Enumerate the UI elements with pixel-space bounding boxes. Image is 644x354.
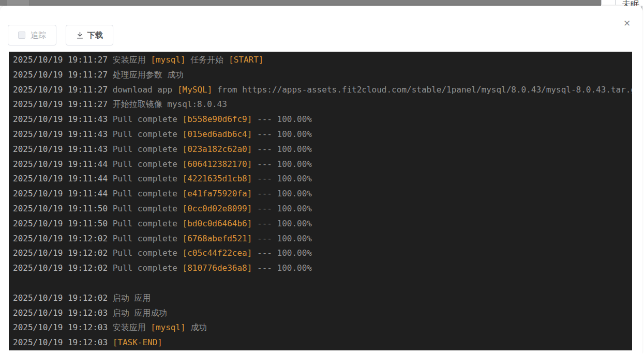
screen: 未眠 ✕ 追踪 下载 2025/10/19 19:11:27 安装应用 <box>0 0 644 354</box>
log-line: 2025/10/19 19:11:43 Pull complete [b558e… <box>13 112 632 127</box>
log-viewer-dialog: ✕ 追踪 下载 2025/10/19 19:11:27 安装应用 [mysql]… <box>0 6 642 354</box>
download-icon <box>76 32 84 39</box>
log-line: 2025/10/19 19:11:44 Pull complete [42216… <box>13 172 632 187</box>
log-line: 2025/10/19 19:12:03 [TASK-END] <box>13 335 632 350</box>
follow-label: 追踪 <box>31 30 46 40</box>
follow-checkbox-button[interactable]: 追踪 <box>8 25 56 45</box>
log-line: 2025/10/19 19:12:03 安装应用 [mysql] 成功 <box>13 320 632 335</box>
log-line: 2025/10/19 19:12:02 Pull complete [6768a… <box>13 232 632 247</box>
download-label: 下载 <box>87 30 103 40</box>
log-line: 2025/10/19 19:11:44 Pull complete [e41fa… <box>13 187 632 202</box>
background-tab-highlight <box>7 0 29 6</box>
divider <box>601 0 602 5</box>
log-line: 2025/10/19 19:11:27 开始拉取镜像 mysql:8.0.43 <box>13 97 632 112</box>
log-line: 2025/10/19 19:12:02 Pull complete [c05c4… <box>13 246 632 261</box>
log-line: 2025/10/19 19:11:43 Pull complete [023a1… <box>13 142 632 157</box>
follow-checkbox[interactable] <box>18 32 25 39</box>
log-line: 2025/10/19 19:12:02 启动 应用 <box>13 291 632 306</box>
log-line: 2025/10/19 19:11:43 Pull complete [015ed… <box>13 127 632 142</box>
download-button[interactable]: 下载 <box>66 25 113 45</box>
log-line: 2025/10/19 19:11:50 Pull complete [bd0c0… <box>13 217 632 232</box>
log-panel[interactable]: 2025/10/19 19:11:27 安装应用 [mysql] 任务开始 [S… <box>9 52 632 350</box>
clipped-header-text: 未眠 <box>622 0 639 6</box>
divider <box>615 0 616 5</box>
log-line: 2025/10/19 19:11:50 Pull complete [0cc0d… <box>13 202 632 217</box>
log-line: 2025/10/19 19:12:02 Pull complete [81077… <box>13 261 632 276</box>
log-line: 2025/10/19 19:11:27 处理应用参数 成功 <box>13 68 632 83</box>
log-line: 2025/10/19 19:11:27 安装应用 [mysql] 任务开始 [S… <box>13 53 632 68</box>
close-icon[interactable]: ✕ <box>622 18 632 28</box>
log-line: 2025/10/19 19:11:44 Pull complete [60641… <box>13 157 632 172</box>
log-line <box>13 276 632 291</box>
background-header-fragment: 未眠 <box>601 0 644 6</box>
dimmed-background-bar <box>0 0 601 6</box>
dialog-toolbar: 追踪 下载 <box>8 25 113 45</box>
log-line: 2025/10/19 19:12:03 启动 应用成功 <box>13 306 632 321</box>
log-line: 2025/10/19 19:11:27 download app [MySQL]… <box>13 83 632 98</box>
